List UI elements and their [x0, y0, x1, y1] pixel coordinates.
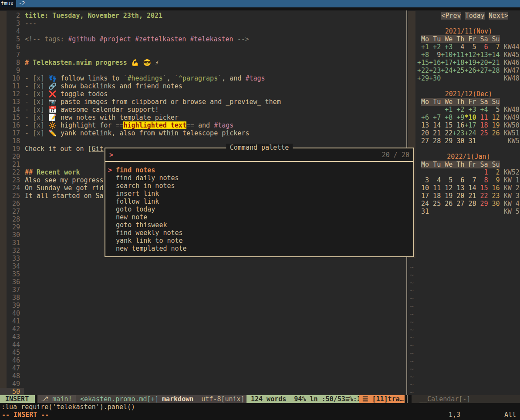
- day-cell[interactable]: 5: [441, 176, 452, 184]
- day-cell[interactable]: 17: [417, 192, 429, 200]
- day-cell[interactable]: 30: [452, 137, 464, 145]
- nav-prev-button[interactable]: <Prev: [441, 12, 461, 20]
- day-cell[interactable]: +2: [452, 106, 464, 114]
- day-cell[interactable]: 28: [429, 137, 441, 145]
- day-cell[interactable]: 11: [429, 184, 441, 192]
- day-cell[interactable]: +20: [476, 59, 488, 67]
- palette-item[interactable]: follow link: [108, 198, 413, 205]
- day-cell[interactable]: 11: [476, 114, 488, 121]
- day-cell[interactable]: +8: [417, 51, 429, 59]
- day-cell[interactable]: +3: [441, 43, 452, 51]
- palette-item[interactable]: goto thisweek: [108, 221, 413, 229]
- day-cell[interactable]: 7: [464, 176, 476, 184]
- day-cell[interactable]: 6: [476, 43, 488, 51]
- nav-today-button[interactable]: Today: [465, 12, 485, 20]
- day-cell[interactable]: +11: [452, 51, 464, 59]
- day-cell[interactable]: +17: [441, 59, 452, 67]
- day-cell[interactable]: 14: [464, 184, 476, 192]
- day-cell[interactable]: +10: [441, 51, 452, 59]
- day-cell[interactable]: 27: [417, 137, 429, 145]
- day-cell[interactable]: +30: [429, 74, 441, 82]
- palette-item[interactable]: new templated note: [108, 245, 413, 252]
- day-cell[interactable]: 31: [417, 208, 429, 215]
- day-cell[interactable]: 26: [441, 200, 452, 208]
- day-cell[interactable]: 15: [441, 121, 452, 129]
- command-line[interactable]: :lua require('telekasten').panel(): [0, 403, 520, 411]
- day-cell[interactable]: +8: [441, 114, 452, 121]
- day-cell[interactable]: 14: [429, 121, 441, 129]
- palette-item[interactable]: search in notes: [108, 182, 413, 190]
- day-cell[interactable]: +23: [452, 129, 464, 137]
- day-cell[interactable]: 28: [464, 200, 476, 208]
- day-cell[interactable]: 19: [441, 192, 452, 200]
- day-cell[interactable]: 16: [452, 121, 464, 129]
- day-cell[interactable]: 30: [488, 200, 500, 208]
- day-cell[interactable]: 4: [429, 176, 441, 184]
- day-cell[interactable]: 19: [488, 121, 500, 129]
- day-cell[interactable]: +23: [429, 67, 441, 74]
- day-cell[interactable]: 5: [464, 43, 476, 51]
- day-cell[interactable]: 27: [452, 200, 464, 208]
- day-cell[interactable]: +24: [441, 67, 452, 74]
- day-cell[interactable]: 25: [429, 200, 441, 208]
- day-cell[interactable]: +27: [476, 67, 488, 74]
- day-cell[interactable]: +1: [441, 106, 452, 114]
- day-cell[interactable]: 12: [488, 114, 500, 121]
- day-cell[interactable]: +6: [417, 114, 429, 121]
- day-cell[interactable]: 13: [452, 184, 464, 192]
- palette-item[interactable]: find daily notes: [108, 174, 413, 182]
- day-cell[interactable]: 2: [488, 168, 500, 176]
- nav-next-button[interactable]: Next>: [489, 12, 508, 20]
- day-cell[interactable]: +15: [417, 59, 429, 67]
- day-cell[interactable]: +19: [464, 59, 476, 67]
- day-cell[interactable]: 15: [476, 184, 488, 192]
- day-cell[interactable]: 8: [476, 176, 488, 184]
- palette-item[interactable]: new note: [108, 213, 413, 221]
- day-cell[interactable]: 20: [417, 129, 429, 137]
- filename-segment[interactable]: <ekasten.promo.md[+]: [76, 395, 157, 403]
- day-cell[interactable]: 10: [417, 184, 429, 192]
- day-cell[interactable]: +21: [488, 59, 500, 67]
- day-cell[interactable]: 29: [441, 137, 452, 145]
- day-cell[interactable]: 25: [476, 129, 488, 137]
- day-cell[interactable]: 1: [476, 168, 488, 176]
- day-cell[interactable]: +22: [417, 67, 429, 74]
- calendar-pane[interactable]: <Prev Today Next>2021/11(Nov) Mo Tu We T…: [407, 10, 520, 395]
- day-cell[interactable]: +7: [429, 114, 441, 121]
- day-cell[interactable]: 20: [452, 192, 464, 200]
- day-cell[interactable]: *10: [464, 114, 476, 121]
- buffer-tab-segment[interactable]: ☰ [11]tra…: [359, 395, 405, 403]
- palette-item[interactable]: goto today: [108, 205, 413, 213]
- palette-item[interactable]: find weekly notes: [108, 229, 413, 237]
- day-cell[interactable]: 21: [429, 129, 441, 137]
- day-cell[interactable]: 7: [488, 43, 500, 51]
- day-cell[interactable]: +26: [464, 67, 476, 74]
- day-cell[interactable]: +17: [464, 121, 476, 129]
- day-cell[interactable]: 12: [441, 184, 452, 192]
- palette-item[interactable]: insert link: [108, 190, 413, 198]
- day-cell[interactable]: 4: [452, 43, 464, 51]
- day-cell[interactable]: +4: [476, 106, 488, 114]
- day-cell[interactable]: +3: [464, 106, 476, 114]
- palette-item[interactable]: > find notes: [108, 166, 413, 174]
- day-cell[interactable]: 29: [476, 200, 488, 208]
- inline-link[interactable]: Git: [92, 145, 104, 153]
- day-cell[interactable]: +29: [417, 74, 429, 82]
- day-cell[interactable]: 24: [417, 200, 429, 208]
- day-cell[interactable]: 6: [452, 176, 464, 184]
- day-cell[interactable]: 26: [488, 129, 500, 137]
- git-branch-segment[interactable]: ⎇ main!: [37, 395, 76, 403]
- day-cell[interactable]: 13: [417, 121, 429, 129]
- day-cell[interactable]: 31: [464, 137, 476, 145]
- day-cell[interactable]: +13: [476, 51, 488, 59]
- day-cell[interactable]: 23: [488, 192, 500, 200]
- day-cell[interactable]: +9: [452, 114, 464, 121]
- day-cell[interactable]: 9: [429, 51, 441, 59]
- day-cell[interactable]: 9: [488, 176, 500, 184]
- day-cell[interactable]: +18: [452, 59, 464, 67]
- day-cell[interactable]: +16: [429, 59, 441, 67]
- day-cell[interactable]: 3: [417, 176, 429, 184]
- day-cell[interactable]: 21: [464, 192, 476, 200]
- day-cell[interactable]: 18: [429, 192, 441, 200]
- day-cell[interactable]: +1: [417, 43, 429, 51]
